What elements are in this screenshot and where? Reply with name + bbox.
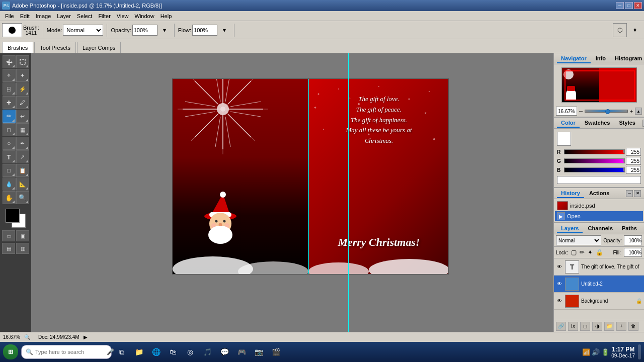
tool-measure[interactable]: 📐 (16, 177, 29, 191)
taskbar-app2[interactable]: 💬 (217, 345, 231, 359)
r-slider[interactable] (564, 149, 625, 154)
layer-adjustment-button[interactable]: ◑ (592, 322, 602, 331)
tool-healing[interactable]: ✚ (3, 96, 16, 109)
flow-arrow-icon[interactable]: ▾ (218, 24, 230, 36)
tool-dodge[interactable]: ○ (3, 137, 16, 150)
menu-view[interactable]: View (114, 12, 132, 20)
blend-mode-select[interactable]: Normal Dissolve Multiply Screen (63, 25, 103, 36)
tool-gradient[interactable]: ▦ (16, 123, 29, 136)
tool-magic-wand[interactable]: ✦ (16, 69, 29, 82)
tool-lasso[interactable]: ⌖ (3, 69, 16, 82)
tab-brushes[interactable]: Brushes (2, 42, 33, 53)
taskbar-task-view[interactable]: ⧉ (115, 345, 129, 359)
menu-window[interactable]: Window (132, 12, 157, 20)
tab-styles[interactable]: Styles (615, 119, 639, 128)
flow-input[interactable] (192, 25, 217, 36)
tray-network-icon[interactable]: 📶 (582, 348, 590, 356)
menu-edit[interactable]: Edit (17, 12, 33, 20)
tool-type[interactable]: T (3, 150, 16, 163)
extras-button-1[interactable]: ▤ (2, 243, 15, 254)
tab-tool-presets[interactable]: Tool Presets (34, 42, 76, 53)
foreground-color-swatch[interactable] (6, 209, 20, 223)
tool-slice[interactable]: ⚡ (16, 82, 29, 96)
screen-mode-button[interactable]: ▭ (2, 230, 15, 241)
layer-link-button[interactable]: 🔗 (556, 322, 566, 331)
tab-swatches[interactable]: Swatches (581, 119, 614, 128)
tab-histogram[interactable]: Histogram (611, 54, 644, 63)
tab-layers[interactable]: Layers (557, 224, 583, 233)
tool-eyedropper[interactable]: 💧 (3, 177, 16, 191)
opacity-input[interactable] (132, 25, 157, 36)
taskbar-clock[interactable]: 1:17 PM 09-Dec-17 (611, 346, 635, 358)
tab-paths[interactable]: Paths (618, 224, 641, 233)
create-layer-button[interactable]: ⬡ (613, 23, 627, 37)
opacity-arrow-icon[interactable]: ▾ (158, 24, 171, 36)
zoom-slider-thumb[interactable] (605, 109, 610, 114)
search-bar[interactable]: 🔍 🎤 (21, 345, 112, 359)
minimize-button[interactable]: ─ (616, 2, 624, 9)
tab-color[interactable]: Color (557, 119, 580, 128)
taskbar-app1[interactable]: 🎵 (200, 345, 214, 359)
menu-layer[interactable]: Layer (54, 12, 74, 20)
history-minimize-btn[interactable]: ─ (626, 190, 633, 197)
tool-marquee[interactable] (16, 55, 29, 68)
tab-actions[interactable]: Actions (585, 189, 613, 198)
taskbar-app3[interactable]: 🎮 (234, 345, 249, 359)
status-arrow-btn[interactable]: ▶ (84, 334, 88, 340)
layers-opacity-input[interactable] (624, 235, 642, 245)
g-slider-thumb[interactable] (623, 158, 624, 162)
start-button[interactable]: ⊞ (3, 344, 18, 359)
taskbar-file-explorer[interactable]: 📁 (132, 345, 146, 359)
zoom-max-btn[interactable]: ▲ (635, 108, 642, 115)
menu-file[interactable]: File (2, 12, 17, 20)
tool-path-select[interactable]: ↗ (16, 150, 29, 163)
taskbar-store[interactable]: 🛍 (166, 345, 180, 359)
taskbar-edge[interactable]: 🌐 (149, 345, 163, 359)
tray-volume-icon[interactable]: 🔊 (592, 348, 600, 356)
tool-history-brush[interactable]: ↩ (16, 110, 29, 123)
tool-eraser[interactable]: ◻ (3, 123, 16, 136)
b-slider-thumb[interactable] (623, 167, 624, 171)
taskbar-app4[interactable]: 📷 (252, 345, 266, 359)
layers-blend-mode-select[interactable]: Normal Multiply Screen (556, 235, 601, 245)
airbrush-button[interactable]: ✦ (628, 23, 642, 37)
status-zoom-icon[interactable]: 🔍 (24, 334, 30, 340)
tool-stamp[interactable]: 🖋 (16, 96, 29, 109)
history-close-btn[interactable]: ✕ (634, 190, 641, 197)
show-desktop-button[interactable] (638, 344, 641, 359)
layer-background-item[interactable]: 👁 Background 🔒 (554, 293, 644, 310)
layer-group-button[interactable]: 📁 (604, 322, 614, 331)
r-slider-thumb[interactable] (623, 149, 624, 153)
b-value-input[interactable] (626, 166, 641, 174)
taskbar-app5[interactable]: 🎬 (269, 345, 283, 359)
search-input[interactable] (35, 349, 105, 355)
lock-image-icon[interactable]: ✏ (580, 249, 585, 256)
menu-help[interactable]: Help (157, 12, 175, 20)
tool-brush[interactable]: ✏ (3, 110, 16, 123)
b-slider[interactable] (564, 167, 625, 172)
fullscreen-button[interactable]: ▣ (16, 230, 29, 241)
foreground-color-box[interactable] (557, 132, 571, 146)
layer-style-button[interactable]: fx (568, 322, 578, 331)
tool-zoom[interactable]: 🔍 (16, 191, 29, 204)
zoom-slider[interactable] (585, 110, 628, 113)
tool-hand[interactable]: ✋ (3, 191, 16, 204)
history-item-open[interactable]: ▶ Open (555, 211, 643, 221)
lock-all-icon[interactable]: 🔒 (596, 249, 603, 256)
tab-layer-comps[interactable]: Layer Comps (77, 42, 121, 53)
fill-input[interactable] (624, 248, 642, 257)
tab-channels[interactable]: Channels (584, 224, 617, 233)
menu-select[interactable]: Select (74, 12, 96, 20)
extras-button-2[interactable]: ▥ (16, 243, 29, 254)
tab-navigator[interactable]: Navigator (557, 54, 591, 63)
g-value-input[interactable] (626, 157, 641, 165)
layer-eye-untitled2[interactable]: 👁 (556, 281, 563, 288)
tool-crop[interactable]: ⌸ (3, 82, 16, 96)
layer-eye-text[interactable]: 👁 (556, 263, 563, 270)
tray-battery-icon[interactable]: 🔋 (601, 348, 609, 356)
history-item-doc[interactable]: inside.psd (555, 200, 643, 211)
zoom-minus-icon[interactable]: ─ (579, 109, 583, 114)
r-value-input[interactable] (626, 148, 641, 156)
tool-pen[interactable]: ✒ (16, 137, 29, 150)
layer-mask-button[interactable]: ◻ (580, 322, 590, 331)
